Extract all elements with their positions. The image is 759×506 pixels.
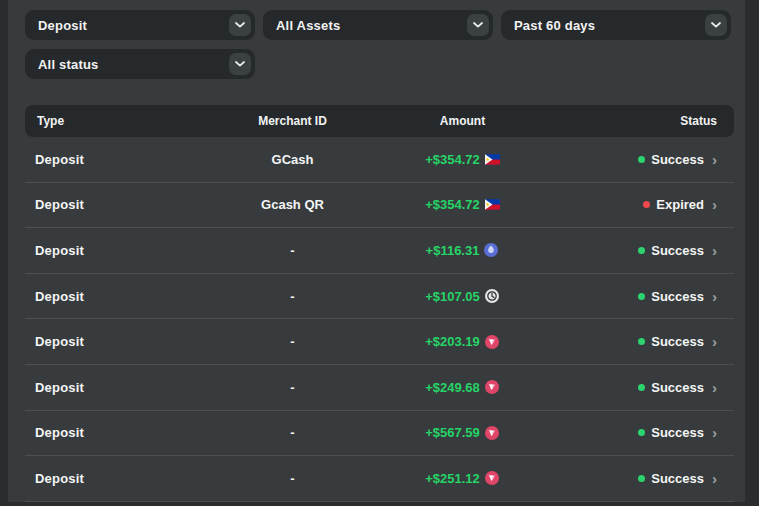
transactions-table: Type Merchant ID Amount Status Deposit G… bbox=[25, 105, 734, 502]
row-amount: +$203.19 bbox=[390, 334, 535, 349]
chevron-down-icon[interactable] bbox=[229, 53, 251, 75]
status-filter-dropdown[interactable]: All status bbox=[25, 49, 255, 79]
row-type: Deposit bbox=[25, 197, 195, 212]
date-range-filter-value: Past 60 days bbox=[501, 18, 595, 33]
table-row[interactable]: Deposit - +$251.12 Success › bbox=[25, 456, 734, 502]
row-amount: +$567.59 bbox=[390, 425, 535, 440]
row-status: Success › bbox=[535, 425, 734, 440]
chevron-right-icon: › bbox=[712, 334, 717, 349]
amount-value: +$116.31 bbox=[426, 243, 480, 258]
status-label: Success bbox=[651, 380, 704, 395]
date-range-filter-dropdown[interactable]: Past 60 days bbox=[501, 10, 731, 40]
chevron-right-icon: › bbox=[712, 425, 717, 440]
row-merchant-id: - bbox=[195, 334, 390, 349]
row-amount: +$116.31 bbox=[390, 243, 535, 258]
row-amount: +$354.72 bbox=[390, 197, 535, 212]
row-status: Success › bbox=[535, 243, 734, 258]
header-amount: Amount bbox=[390, 114, 535, 128]
status-label: Success bbox=[651, 152, 704, 167]
status-label: Expired bbox=[656, 197, 704, 212]
status-dot-icon bbox=[638, 475, 645, 482]
header-status: Status bbox=[535, 114, 734, 128]
coin-pink-icon bbox=[485, 471, 500, 486]
row-status: Expired › bbox=[535, 197, 734, 212]
row-merchant-id: - bbox=[195, 289, 390, 304]
row-amount: +$249.68 bbox=[390, 380, 535, 395]
row-amount: +$251.12 bbox=[390, 471, 535, 486]
table-row[interactable]: Deposit - +$107.05 Success › bbox=[25, 274, 734, 320]
row-amount: +$354.72 bbox=[390, 152, 535, 167]
status-filter-value: All status bbox=[25, 57, 99, 72]
status-dot-icon bbox=[638, 247, 645, 254]
row-status: Success › bbox=[535, 289, 734, 304]
amount-value: +$251.12 bbox=[425, 471, 480, 486]
asset-filter-value: All Assets bbox=[263, 18, 340, 33]
table-body: Deposit GCash +$354.72 Success › Deposit… bbox=[25, 137, 734, 502]
type-filter-dropdown[interactable]: Deposit bbox=[25, 10, 255, 40]
row-merchant-id: - bbox=[195, 425, 390, 440]
chevron-right-icon: › bbox=[712, 471, 717, 486]
coin-white-icon bbox=[485, 289, 500, 304]
row-type: Deposit bbox=[25, 380, 195, 395]
row-status: Success › bbox=[535, 380, 734, 395]
coin-pink-icon bbox=[485, 334, 500, 349]
coin-pink-icon bbox=[485, 425, 500, 440]
chevron-down-icon[interactable] bbox=[705, 14, 727, 36]
filters: Deposit All Assets Past 60 days All s bbox=[8, 0, 745, 79]
table-row[interactable]: Deposit - +$116.31 Success › bbox=[25, 228, 734, 274]
filter-row-2: All status bbox=[25, 49, 745, 79]
status-dot-icon bbox=[638, 338, 645, 345]
status-label: Success bbox=[651, 334, 704, 349]
status-dot-icon bbox=[638, 384, 645, 391]
chevron-right-icon: › bbox=[712, 152, 717, 167]
row-type: Deposit bbox=[25, 471, 195, 486]
transactions-panel: Deposit All Assets Past 60 days All s bbox=[8, 0, 745, 502]
chevron-right-icon: › bbox=[712, 243, 717, 258]
table-row[interactable]: Deposit - +$567.59 Success › bbox=[25, 411, 734, 457]
asset-filter-dropdown[interactable]: All Assets bbox=[263, 10, 493, 40]
row-status: Success › bbox=[535, 334, 734, 349]
row-merchant-id: GCash bbox=[195, 152, 390, 167]
table-row[interactable]: Deposit Gcash QR +$354.72 Expired › bbox=[25, 183, 734, 229]
coin-pink-icon bbox=[485, 380, 500, 395]
row-amount: +$107.05 bbox=[390, 289, 535, 304]
table-header: Type Merchant ID Amount Status bbox=[25, 105, 734, 137]
status-label: Success bbox=[651, 425, 704, 440]
status-dot-icon bbox=[638, 156, 645, 163]
status-label: Success bbox=[651, 289, 704, 304]
status-label: Success bbox=[651, 471, 704, 486]
status-label: Success bbox=[651, 243, 704, 258]
row-type: Deposit bbox=[25, 243, 195, 258]
row-type: Deposit bbox=[25, 289, 195, 304]
row-merchant-id: Gcash QR bbox=[195, 197, 390, 212]
philippines-flag-icon bbox=[485, 152, 500, 167]
status-dot-icon bbox=[638, 293, 645, 300]
row-status: Success › bbox=[535, 152, 734, 167]
coin-blue-icon bbox=[484, 243, 499, 258]
chevron-down-icon[interactable] bbox=[467, 14, 489, 36]
amount-value: +$203.19 bbox=[425, 334, 480, 349]
chevron-right-icon: › bbox=[712, 197, 717, 212]
row-merchant-id: - bbox=[195, 380, 390, 395]
header-type: Type bbox=[25, 114, 195, 128]
status-dot-icon bbox=[638, 429, 645, 436]
row-type: Deposit bbox=[25, 425, 195, 440]
amount-value: +$249.68 bbox=[425, 380, 480, 395]
row-type: Deposit bbox=[25, 334, 195, 349]
row-merchant-id: - bbox=[195, 243, 390, 258]
amount-value: +$354.72 bbox=[425, 197, 480, 212]
status-dot-icon bbox=[643, 201, 650, 208]
philippines-flag-icon bbox=[485, 197, 500, 212]
amount-value: +$567.59 bbox=[425, 425, 480, 440]
amount-value: +$107.05 bbox=[425, 289, 480, 304]
type-filter-value: Deposit bbox=[25, 18, 87, 33]
filter-row-1: Deposit All Assets Past 60 days bbox=[25, 10, 745, 40]
table-row[interactable]: Deposit GCash +$354.72 Success › bbox=[25, 137, 734, 183]
chevron-down-icon[interactable] bbox=[229, 14, 251, 36]
table-row[interactable]: Deposit - +$249.68 Success › bbox=[25, 365, 734, 411]
amount-value: +$354.72 bbox=[425, 152, 480, 167]
chevron-right-icon: › bbox=[712, 380, 717, 395]
row-merchant-id: - bbox=[195, 471, 390, 486]
row-status: Success › bbox=[535, 471, 734, 486]
table-row[interactable]: Deposit - +$203.19 Success › bbox=[25, 319, 734, 365]
